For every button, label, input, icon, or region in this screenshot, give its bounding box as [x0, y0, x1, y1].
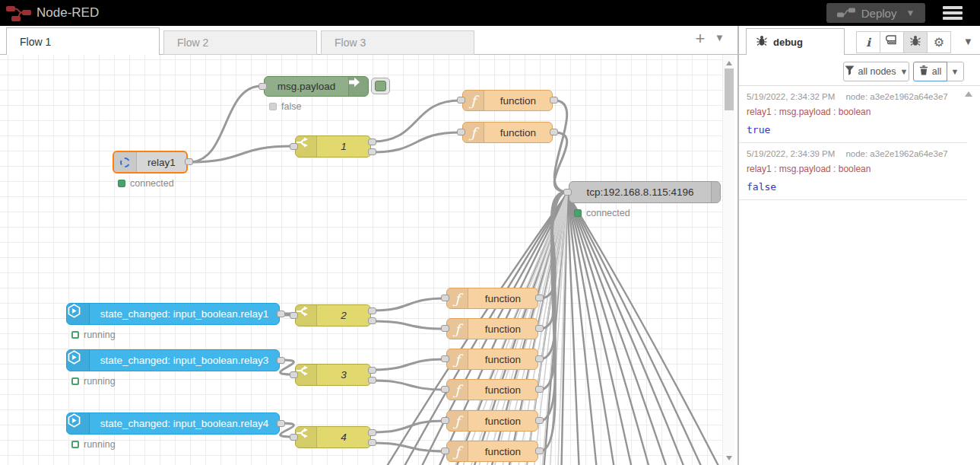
filter-nodes-button[interactable]: all nodes ▼: [843, 62, 909, 81]
function-icon: ƒ: [447, 319, 468, 339]
chevron-down-icon: ▼: [900, 67, 909, 76]
add-flow-button[interactable]: +: [690, 29, 710, 50]
filter-label: all nodes: [858, 66, 896, 77]
port[interactable]: [535, 417, 544, 424]
config-button[interactable]: ⚙: [927, 31, 951, 53]
port[interactable]: [368, 139, 376, 145]
port[interactable]: [290, 312, 298, 319]
clear-options-button[interactable]: ▼: [946, 62, 964, 81]
port[interactable]: [290, 371, 298, 378]
wire: [373, 298, 445, 311]
port[interactable]: [277, 420, 285, 427]
node-status: connected: [118, 178, 174, 189]
port[interactable]: [550, 97, 558, 104]
port[interactable]: [441, 386, 449, 393]
header: Node-RED Deploy ▼: [0, 0, 980, 26]
node-tcp-out[interactable]: tcp:192.168.8.115:4196: [569, 181, 721, 203]
port[interactable]: [535, 355, 544, 362]
node-function-b1[interactable]: ƒfunction: [446, 288, 538, 309]
port[interactable]: [441, 355, 449, 362]
port[interactable]: [535, 386, 544, 393]
port[interactable]: [368, 377, 376, 384]
wire: [373, 132, 460, 152]
debug-arrow-icon: [348, 77, 368, 96]
flow-list-chevron-icon[interactable]: ▼: [715, 32, 725, 43]
tab-flow-2[interactable]: Flow 2: [163, 30, 317, 55]
node-relay1[interactable]: relay1: [113, 151, 188, 174]
node-switch-4[interactable]: 4: [295, 426, 371, 448]
port[interactable]: [457, 129, 465, 135]
deploy-button[interactable]: Deploy ▼: [826, 3, 925, 23]
node-debug-msg-payload[interactable]: msg.payload: [264, 76, 369, 97]
port[interactable]: [368, 317, 376, 324]
port[interactable]: [550, 129, 558, 135]
port[interactable]: [185, 158, 193, 165]
app-title: Node-RED: [36, 5, 99, 21]
flow-canvas[interactable]: msg.payloadfalserelay1connected1ƒfunctio…: [0, 55, 722, 465]
wire: [567, 193, 719, 465]
debug-message-list[interactable]: 5/19/2022, 2:34:32 PMnode: a3e2e1962a64e…: [739, 86, 967, 200]
info-button[interactable]: i: [856, 31, 880, 53]
sidebar-options-chevron-icon[interactable]: ▼: [963, 36, 973, 47]
menu-button[interactable]: [943, 6, 966, 21]
clear-messages-button[interactable]: all: [913, 62, 947, 81]
node-state-relay1[interactable]: state_changed: input_boolean.relay1: [66, 303, 280, 325]
scroll-up-icon[interactable]: [726, 61, 732, 65]
node-switch-3[interactable]: 3: [295, 364, 371, 386]
node-status: false: [269, 101, 301, 112]
node-label: tcp:192.168.8.115:4196: [569, 182, 711, 202]
chevron-down-icon[interactable]: ▼: [905, 8, 915, 18]
function-icon: ƒ: [447, 411, 468, 431]
port[interactable]: [277, 311, 285, 317]
node-switch-1[interactable]: 1: [295, 135, 371, 158]
flow-tab-bar: Flow 1Flow 2Flow 3 + ▼: [0, 26, 737, 55]
node-function-t1[interactable]: ƒfunction: [462, 90, 553, 111]
port[interactable]: [457, 97, 465, 104]
node-label: function: [484, 123, 552, 142]
port[interactable]: [277, 357, 285, 364]
port[interactable]: [368, 307, 376, 314]
tab-flow-1[interactable]: Flow 1: [6, 27, 160, 55]
node-function-b5[interactable]: ƒfunction: [446, 410, 538, 432]
node-label: 1: [317, 136, 370, 157]
port[interactable]: [535, 295, 544, 301]
node-function-b4[interactable]: ƒfunction: [446, 379, 538, 400]
help-button[interactable]: [880, 31, 904, 53]
port[interactable]: [441, 325, 449, 332]
node-state-relay4[interactable]: state_changed: input_boolean.relay4: [66, 412, 280, 435]
port[interactable]: [563, 189, 572, 196]
node-label: state_changed: input_boolean.relay3: [90, 350, 279, 371]
debug-toggle-button[interactable]: [371, 78, 390, 94]
node-label: msg.payload: [265, 77, 348, 96]
port[interactable]: [535, 447, 544, 454]
port[interactable]: [535, 325, 544, 332]
node-function-b3[interactable]: ƒfunction: [446, 349, 538, 370]
port[interactable]: [368, 439, 376, 446]
debug-button[interactable]: [903, 31, 928, 53]
node-function-t2[interactable]: ƒfunction: [462, 122, 553, 143]
port[interactable]: [368, 367, 376, 374]
port[interactable]: [441, 295, 449, 301]
home-assistant-icon: [67, 304, 90, 324]
port[interactable]: [290, 434, 298, 441]
port[interactable]: [368, 148, 376, 155]
wire: [567, 193, 684, 465]
port[interactable]: [441, 417, 449, 424]
node-status: running: [71, 439, 116, 450]
wire: [373, 381, 445, 390]
debug-tab-label: debug: [773, 37, 803, 48]
node-function-b2[interactable]: ƒfunction: [446, 318, 538, 339]
node-state-relay3[interactable]: state_changed: input_boolean.relay3: [66, 349, 280, 371]
node-switch-2[interactable]: 2: [295, 304, 371, 326]
port[interactable]: [258, 83, 267, 90]
canvas-scrollbar[interactable]: [722, 55, 734, 465]
port[interactable]: [368, 429, 376, 436]
tab-debug[interactable]: debug: [746, 28, 845, 55]
messages-scroll-up-icon[interactable]: [965, 91, 972, 97]
scroll-down-icon[interactable]: [726, 456, 732, 460]
port[interactable]: [441, 447, 449, 454]
port[interactable]: [290, 143, 298, 150]
canvas-scrollbar-thumb[interactable]: [725, 68, 734, 110]
tab-flow-3[interactable]: Flow 3: [321, 30, 474, 55]
node-function-b6[interactable]: ƒfunction: [446, 441, 538, 462]
